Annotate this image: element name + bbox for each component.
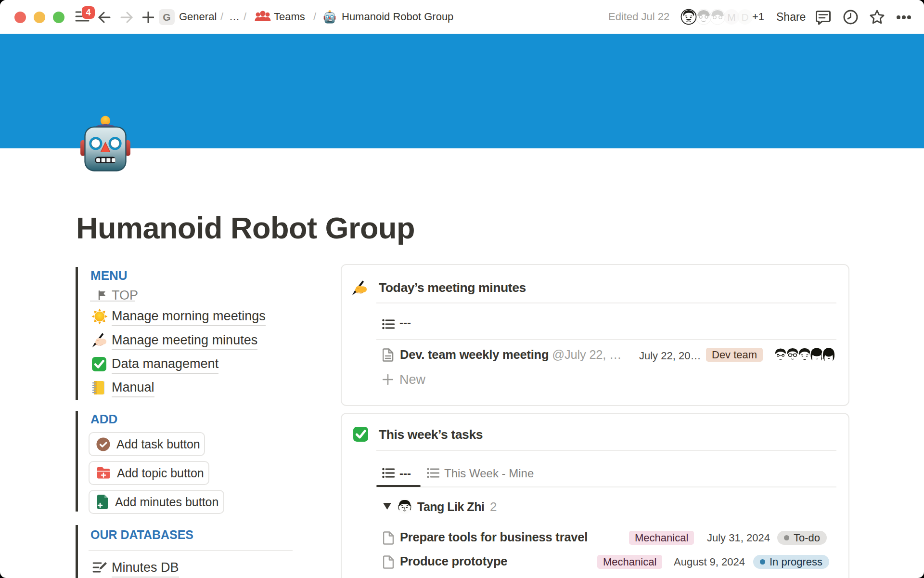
svg-text:M: M (727, 12, 736, 23)
svg-text:D: D (741, 12, 748, 23)
